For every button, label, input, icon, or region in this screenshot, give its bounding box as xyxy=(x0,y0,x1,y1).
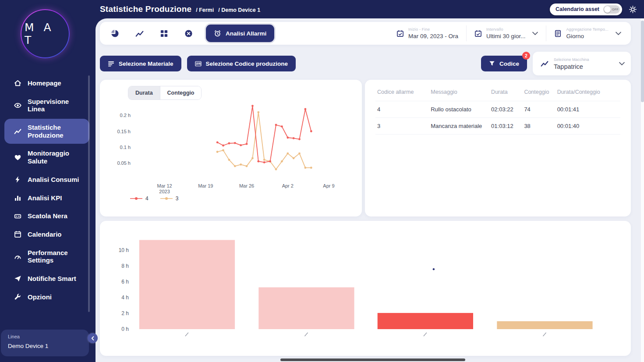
sidebar-item-opzioni[interactable]: Opzioni xyxy=(4,288,89,306)
legend-item-3[interactable]: 3 xyxy=(160,195,179,202)
table-cell: 74 xyxy=(522,101,555,118)
table-cell: Mancanza materiale xyxy=(429,118,489,135)
table-cell: 38 xyxy=(522,118,555,135)
gear-icon[interactable] xyxy=(629,5,637,14)
grid-icon xyxy=(160,29,168,38)
svg-text:0.2 h: 0.2 h xyxy=(120,113,131,118)
sidebar-item-monitoraggio-salute[interactable]: Monitoraggio Salute xyxy=(4,145,89,170)
svg-text:0.05 h: 0.05 h xyxy=(117,160,131,166)
chart-mode-toggle: Durata Conteggio xyxy=(128,86,202,100)
line-chart-view-button[interactable] xyxy=(130,24,149,43)
chevron-down-icon xyxy=(532,32,538,35)
sidebar-item-label: Statistiche Produzione xyxy=(28,124,82,139)
mat-logo-text: M A T xyxy=(25,21,69,46)
horizontal-scrollbar[interactable] xyxy=(280,358,465,361)
heart-icon xyxy=(14,154,21,161)
date-field-value: Ultimi 30 gior... xyxy=(486,33,525,39)
alarm-table-card: Codice allarmeMessaggioDurataConteggioDu… xyxy=(365,80,631,216)
date-field-group: Inizio - Fine Mar 09, 2023 - Ora Interva… xyxy=(389,22,629,45)
wrench-icon xyxy=(14,293,21,301)
chevron-down-icon xyxy=(616,32,621,35)
sidebar-item-homepage[interactable]: Homepage xyxy=(4,75,89,92)
view-icon-group xyxy=(103,24,201,43)
table-header-row: Codice allarmeMessaggioDurataConteggioDu… xyxy=(375,83,620,101)
sidebar-item-label: Monitoraggio Salute xyxy=(28,149,82,165)
table-cell: 00:01:40 xyxy=(556,118,620,135)
date-field-text: Intervallo Ultimi 30 gior... xyxy=(486,27,525,39)
bolt-icon xyxy=(14,176,21,183)
svg-text:2 h: 2 h xyxy=(121,310,129,316)
table-header: Durata/Conteggio xyxy=(556,83,620,101)
barcode-icon xyxy=(195,60,202,67)
selezione-materiale-button[interactable]: Selezione Materiale xyxy=(100,56,181,71)
sidebar-item-calendario[interactable]: Calendario xyxy=(4,226,89,243)
date-field-1[interactable]: Intervallo Ultimi 30 gior... xyxy=(466,25,546,41)
top-header: Statistiche Produzione / Fermi / Demo De… xyxy=(0,0,644,18)
svg-text:0 h: 0 h xyxy=(121,326,129,332)
chart-legend: 4 3 xyxy=(130,195,355,202)
sidebar-item-supervisione-linea[interactable]: Supervisione Linea xyxy=(4,93,89,118)
table-row[interactable]: 4Rullo ostacolato02:03:227400:01:41 xyxy=(375,101,620,118)
alarm-line-chart-card: Durata Conteggio 0.05 h0.1 h0.15 h0.2 hM… xyxy=(100,80,362,216)
chevron-down-icon xyxy=(619,62,625,66)
bar-chart-icon xyxy=(14,194,21,202)
sidebar-collapse-button[interactable] xyxy=(88,333,98,343)
alarm-bar-chart-card: 0 h2 h4 h6 h8 h10 h xyxy=(100,221,631,356)
date-field-0[interactable]: Inizio - Fine Mar 09, 2023 - Ora xyxy=(389,25,466,41)
grid-view-button[interactable] xyxy=(154,24,173,43)
date-field-text: Aggregazione Tempo... Giorno xyxy=(566,27,609,39)
mat-logo: M A T xyxy=(21,9,70,58)
selezione-codice-produzione-button[interactable]: Selezione Codice produzione xyxy=(187,56,296,71)
sidebar-item-analisi-kpi[interactable]: Analisi KPI xyxy=(4,189,89,207)
line-chart-icon xyxy=(14,128,21,135)
sidebar: M A T Homepage Supervisione Linea Statis… xyxy=(0,0,96,362)
calendario-asset-toggle[interactable]: Calendario asset OFF xyxy=(550,4,622,15)
machine-selector[interactable]: Selezione Macchina Tappatrice xyxy=(533,52,631,75)
vertical-scrollbar[interactable] xyxy=(641,18,644,362)
filter-row: Selezione Materiale Selezione Codice pro… xyxy=(100,52,631,75)
sidebar-item-label: Analisi KPI xyxy=(28,194,62,202)
table-row[interactable]: 3Mancanza materiale01:03:123800:01:40 xyxy=(375,118,620,135)
table-cell: 4 xyxy=(375,101,429,118)
svg-text:0.15 h: 0.15 h xyxy=(117,129,131,134)
pie-chart-view-button[interactable] xyxy=(105,24,124,43)
black-box-icon xyxy=(14,213,21,220)
table-cell: 01:03:12 xyxy=(489,118,522,135)
device-panel[interactable]: Linea Demo Device 1 xyxy=(1,330,89,356)
sidebar-item-scatola-nera[interactable]: Scatola Nera xyxy=(4,207,89,225)
svg-text:Apr 2: Apr 2 xyxy=(282,183,294,188)
legend-label: 3 xyxy=(176,195,179,202)
filter-count-badge: 2 xyxy=(522,52,530,60)
sidebar-item-analisi-consumi[interactable]: Analisi Consumi xyxy=(4,171,89,188)
line-chart-icon xyxy=(135,29,144,38)
circle-x-view-button[interactable] xyxy=(179,24,198,43)
selezione-materiale-label: Selezione Materiale xyxy=(119,60,173,67)
table-header: Messaggio xyxy=(429,83,489,101)
date-field-2[interactable]: Aggregazione Tempo... Giorno xyxy=(546,25,629,41)
pie-chart-icon xyxy=(111,29,119,38)
charts-row: Durata Conteggio 0.05 h0.1 h0.15 h0.2 hM… xyxy=(100,80,631,216)
sidebar-item-label: Analisi Consumi xyxy=(28,176,79,184)
sidebar-item-label: Homepage xyxy=(28,79,61,87)
codice-filter-button[interactable]: Codice 2 xyxy=(481,56,527,71)
calendar-icon xyxy=(14,231,21,238)
sidebar-nav: Homepage Supervisione Linea Statistiche … xyxy=(0,74,89,306)
filter-funnel-icon xyxy=(489,60,495,67)
vertical-scrollbar-thumb[interactable] xyxy=(641,21,644,102)
sidebar-item-label: Opzioni xyxy=(28,293,52,301)
page-title: Statistiche Produzione xyxy=(100,4,191,14)
svg-text:6 h: 6 h xyxy=(121,279,129,285)
sidebar-item-statistiche-produzione[interactable]: Statistiche Produzione xyxy=(4,119,89,144)
legend-item-4[interactable]: 4 xyxy=(130,195,149,202)
toggle-switch[interactable]: OFF xyxy=(603,5,620,14)
sidebar-item-performance-settings[interactable]: Performance Settings xyxy=(4,244,89,269)
machine-chart-icon xyxy=(541,60,548,67)
materials-icon xyxy=(108,60,114,67)
sidebar-scrollbar[interactable] xyxy=(88,75,90,312)
date-field-label: Aggregazione Tempo... xyxy=(566,27,609,32)
toggle-conteggio[interactable]: Conteggio xyxy=(160,86,202,99)
analisi-allarmi-button[interactable]: Analisi Allarmi xyxy=(206,25,274,42)
sidebar-item-notifiche-smart[interactable]: Notifiche Smart xyxy=(4,270,89,287)
toggle-durata[interactable]: Durata xyxy=(128,86,160,99)
sidebar-item-label: Notifiche Smart xyxy=(28,275,76,283)
